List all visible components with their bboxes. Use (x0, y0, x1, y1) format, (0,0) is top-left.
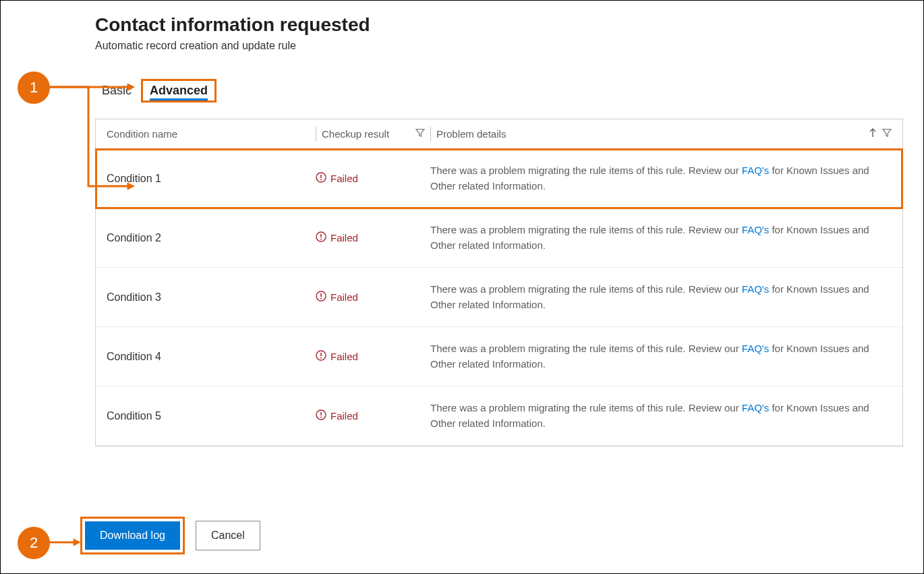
svg-marker-18 (74, 539, 80, 546)
checkup-result-cell: Failed (316, 172, 430, 185)
annotation-arrow-1b (48, 84, 136, 93)
svg-point-2 (320, 179, 322, 180)
faq-link[interactable]: FAQ's (742, 224, 769, 235)
checkup-result-cell: Failed (316, 231, 430, 245)
error-icon (316, 172, 326, 185)
svg-point-5 (320, 238, 322, 239)
svg-point-14 (320, 416, 322, 418)
detail-text: There was a problem migrating the rule i… (430, 224, 742, 235)
filter-icon[interactable] (882, 128, 892, 140)
faq-link[interactable]: FAQ's (742, 165, 769, 176)
detail-text: There was a problem migrating the rule i… (430, 343, 742, 354)
annotation-highlight-download: Download log (80, 517, 185, 554)
condition-name-cell: Condition 2 (107, 232, 316, 244)
detail-text: There was a problem migrating the rule i… (430, 165, 742, 176)
page-subtitle: Automatic record creation and update rul… (95, 40, 923, 52)
error-icon (316, 291, 326, 304)
problem-details-cell: There was a problem migrating the rule i… (430, 163, 892, 194)
annotation-callout-1: 1 (18, 71, 50, 104)
detail-text: There was a problem migrating the rule i… (430, 402, 742, 413)
condition-name-cell: Condition 5 (107, 410, 316, 422)
filter-icon[interactable] (415, 128, 425, 140)
annotation-callout-2: 2 (18, 527, 50, 559)
tabs: Basic Advanced (95, 79, 923, 103)
annotation-arrow-2 (48, 539, 82, 548)
table-row[interactable]: Condition 4FailedThere was a problem mig… (96, 327, 902, 386)
result-status: Failed (330, 232, 358, 243)
annotation-arrow-1 (48, 85, 136, 193)
th-condition-name[interactable]: Condition name (107, 128, 316, 140)
problem-details-cell: There was a problem migrating the rule i… (430, 401, 892, 431)
th-problem-details[interactable]: Problem details (436, 128, 506, 140)
tab-advanced[interactable]: Advanced (150, 84, 208, 101)
annotation-highlight-tab: Advanced (141, 79, 216, 103)
result-status: Failed (330, 351, 358, 362)
svg-marker-15 (127, 183, 134, 190)
condition-name-cell: Condition 4 (107, 351, 316, 363)
detail-text: There was a problem migrating the rule i… (430, 283, 742, 295)
checkup-result-cell: Failed (316, 409, 430, 423)
sort-icon[interactable] (869, 128, 877, 140)
cancel-button[interactable]: Cancel (196, 521, 260, 550)
error-icon (316, 350, 326, 364)
error-icon (316, 231, 326, 245)
table-row[interactable]: Condition 3FailedThere was a problem mig… (96, 268, 902, 327)
page-title: Contact information requested (95, 14, 923, 36)
table-row[interactable]: Condition 5FailedThere was a problem mig… (96, 386, 902, 446)
checkup-result-cell: Failed (316, 291, 430, 304)
result-status: Failed (330, 173, 358, 184)
table-row[interactable]: Condition 2FailedThere was a problem mig… (96, 208, 902, 268)
svg-point-8 (320, 297, 322, 299)
faq-link[interactable]: FAQ's (742, 402, 769, 413)
result-status: Failed (330, 291, 358, 303)
faq-link[interactable]: FAQ's (742, 283, 769, 295)
problem-details-cell: There was a problem migrating the rule i… (430, 223, 892, 253)
th-checkup-result[interactable]: Checkup result (322, 128, 389, 140)
faq-link[interactable]: FAQ's (742, 343, 769, 354)
checkup-result-cell: Failed (316, 350, 430, 364)
footer-buttons: Download log Cancel (80, 517, 260, 554)
table-header: Condition name Checkup result Problem de… (96, 119, 902, 149)
conditions-table: Condition name Checkup result Problem de… (95, 119, 903, 447)
svg-marker-17 (127, 84, 134, 90)
problem-details-cell: There was a problem migrating the rule i… (430, 341, 892, 372)
problem-details-cell: There was a problem migrating the rule i… (430, 282, 892, 312)
download-log-button[interactable]: Download log (85, 521, 180, 550)
result-status: Failed (330, 410, 358, 422)
condition-name-cell: Condition 3 (107, 291, 316, 304)
table-row[interactable]: Condition 1FailedThere was a problem mig… (96, 149, 902, 208)
error-icon (316, 409, 326, 423)
svg-point-11 (320, 357, 322, 358)
condition-name-cell: Condition 1 (107, 173, 316, 185)
